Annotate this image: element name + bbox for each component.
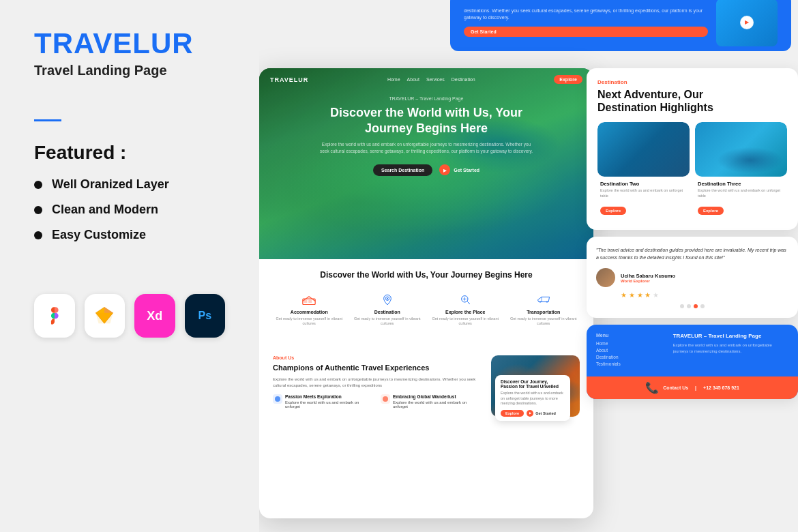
star-5-empty: ★ <box>653 291 659 299</box>
footer-top: Menu Home About Destination Testimonials… <box>587 325 798 376</box>
destination-icon <box>378 292 397 307</box>
about-section: About Us Champions of Authentic Travel E… <box>259 349 593 424</box>
footer-contact-bar[interactable]: 📞 Contact Us | +12 345 678 921 <box>587 376 798 399</box>
dot-3-active[interactable] <box>694 304 698 308</box>
dest-title-2: Destination Three <box>698 181 784 187</box>
dest-explore-btn-1[interactable]: Explore <box>600 207 626 215</box>
accommodation-desc: Get ready to immerse yourself in vibrant… <box>273 316 346 327</box>
brand-subtitle: Travel Landing Page <box>34 63 225 78</box>
dest-explore-btn-2[interactable]: Explore <box>698 207 724 215</box>
svg-point-13 <box>546 301 548 303</box>
dot-1[interactable] <box>680 304 684 308</box>
feature-item-2: Clean and Modern <box>34 203 225 217</box>
bullet-3 <box>34 231 42 239</box>
svg-point-14 <box>275 396 280 402</box>
nav-destination[interactable]: Destination <box>452 77 475 82</box>
tool-icons: Xd Ps <box>34 294 225 338</box>
get-started-button[interactable]: ▶ Get Started <box>439 164 479 175</box>
about-left: About Us Champions of Authentic Travel E… <box>273 355 483 417</box>
hero-nav-links: Home About Services Destination <box>319 77 543 82</box>
feature-accommodation: Accommodation Get ready to immerse yours… <box>273 292 346 327</box>
explore-button[interactable]: Explore <box>554 75 582 84</box>
dest-desc-2: Explore the world with us and embark on … <box>698 188 784 198</box>
svg-point-10 <box>387 297 388 299</box>
search-destination-button[interactable]: Search Destination <box>373 164 432 176</box>
overlay-desc: Explore the world with us and embark on … <box>501 391 565 407</box>
author-info: Uciha Sabaru Kusumo World Explorer <box>621 273 675 283</box>
phone-icon: 📞 <box>645 381 659 394</box>
star-1: ★ <box>621 291 627 299</box>
hero-description: Explore the world with us and embark on … <box>317 141 535 155</box>
footer-menu-about[interactable]: About <box>596 348 654 353</box>
overlay-buttons: Explore ▶ Get Started <box>501 410 565 417</box>
footer-brand-desc: Explore the world with us and embark on … <box>673 342 788 355</box>
dest-title-1: Destination Two <box>600 181 687 187</box>
dest-item-info-2: Destination Three Explore the world with… <box>695 177 787 218</box>
top-preview-image: ▶ <box>716 0 778 46</box>
dest-title: Next Adventure, OurDestination Highlight… <box>597 88 787 114</box>
footer-menu-home[interactable]: Home <box>596 341 654 346</box>
contact-number: +12 345 678 921 <box>703 385 739 390</box>
transport-name: Transportation <box>507 310 580 314</box>
contact-label: Contact Us <box>663 385 688 390</box>
dest-item-2: Destination Three Explore the world with… <box>695 122 787 218</box>
nav-about[interactable]: About <box>407 77 419 82</box>
about-feature-2: Embracing Global Wanderlust Explore the … <box>381 394 483 409</box>
hero-sublabel: TRAVELUR – Travel Landing Page <box>273 96 580 101</box>
footer-brand-title: TRAVELUR – Travel Landing Page <box>673 333 788 339</box>
accommodation-name: Accommodation <box>273 310 346 314</box>
star-2: ★ <box>629 291 635 299</box>
hero-content: TRAVELUR – Travel Landing Page Discover … <box>259 91 593 181</box>
accommodation-icon <box>299 292 319 307</box>
star-3: ★ <box>637 291 643 299</box>
footer-menu-destination[interactable]: Destination <box>596 355 654 359</box>
dest-images: Destination Two Explore the world with u… <box>597 122 787 218</box>
bullet-2 <box>34 206 42 214</box>
left-panel: TRAVELUR Travel Landing Page Featured : … <box>0 0 259 532</box>
transport-icon <box>534 292 553 307</box>
dest-tag: Destination <box>597 79 787 85</box>
about-feat-text-2: Embracing Global Wanderlust Explore the … <box>393 394 483 409</box>
svg-rect-8 <box>308 299 312 302</box>
author-role: World Explorer <box>621 279 675 283</box>
passion-icon <box>273 394 282 404</box>
footer-menu: Menu Home About Destination Testimonials <box>587 325 664 376</box>
overlay-started-label: Get Started <box>535 411 556 415</box>
dot-2[interactable] <box>687 304 691 308</box>
footer-card: Menu Home About Destination Testimonials… <box>587 325 798 399</box>
nav-services[interactable]: Services <box>426 77 445 82</box>
testimonial-author: Uciha Sabaru Kusumo World Explorer <box>596 268 788 287</box>
feature-list: Well Oranized Layer Clean and Modern Eas… <box>34 177 225 253</box>
section-title: Discover the World with Us, Your Journey… <box>273 270 580 281</box>
overlay-explore-btn[interactable]: Explore <box>501 410 524 417</box>
figma-icon <box>34 294 75 338</box>
dest-item-info-1: Destination Two Explore the world with u… <box>597 177 690 218</box>
main-preview-card: TRAVELUR Home About Services Destination… <box>259 68 593 518</box>
explore-desc: Get ready to immerse yourself in vibrant… <box>429 316 502 327</box>
hero-title-line2: Journey Begins Here <box>365 121 488 135</box>
dest-item-1: Destination Two Explore the world with u… <box>597 122 690 218</box>
hero-title: Discover the World with Us, Your Journey… <box>273 105 580 136</box>
overlay-started-btn[interactable]: ▶ Get Started <box>527 410 556 417</box>
footer-menu-testimonials[interactable]: Testimonials <box>596 361 654 366</box>
sketch-icon <box>85 294 125 338</box>
destination-desc: Get ready to immerse yourself in vibrant… <box>351 316 424 327</box>
author-name: Uciha Sabaru Kusumo <box>621 273 675 279</box>
feature-text-3: Easy Customize <box>52 228 146 242</box>
feature-text-1: Well Oranized Layer <box>52 177 169 192</box>
nav-home[interactable]: Home <box>387 77 400 82</box>
hero-nav: TRAVELUR Home About Services Destination… <box>259 68 593 91</box>
feature-item-1: Well Oranized Layer <box>34 177 225 192</box>
feature-item-3: Easy Customize <box>34 228 225 242</box>
top-preview-btn[interactable]: Get Started <box>464 27 708 37</box>
footer-menu-title: Menu <box>596 333 654 338</box>
star-4: ★ <box>645 291 651 299</box>
about-feature-1: Passion Meets Exploration Explore the wo… <box>273 394 375 409</box>
rating-stars: ★ ★ ★ ★ ★ <box>621 291 788 299</box>
footer-brand: TRAVELUR – Travel Landing Page Explore t… <box>664 325 798 376</box>
about-tag: About Us <box>273 355 483 360</box>
dot-4[interactable] <box>700 304 705 308</box>
svg-point-12 <box>539 301 541 303</box>
about-right: Discover Our Journey, Passion for Travel… <box>491 355 580 417</box>
play-xs-icon: ▶ <box>527 410 533 417</box>
